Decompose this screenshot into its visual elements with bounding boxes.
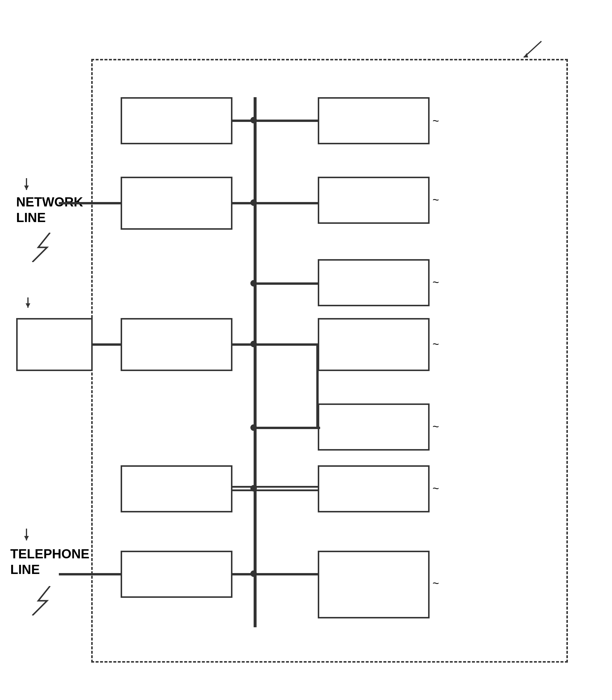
right-v-spine [316, 345, 319, 427]
bus-to-op [256, 344, 318, 346]
nl-text2: LINE [16, 210, 46, 225]
bus-to-printer-2 [254, 489, 318, 491]
hard-disk-block [121, 97, 233, 144]
telephone-h-line [59, 573, 121, 576]
bus-to-scanner-h [256, 427, 318, 429]
arrow-142 [18, 527, 35, 542]
dot-sif [250, 341, 257, 347]
ram-block [318, 259, 430, 306]
svg-marker-3 [24, 186, 29, 190]
image-processing-ref: ~ [432, 577, 439, 590]
bus-spine [254, 97, 256, 627]
card-reader-h-line [93, 344, 121, 346]
telephone-lightning [27, 586, 62, 616]
tl-text1: TELEPHONE [10, 547, 89, 561]
bus-to-ram [256, 282, 318, 285]
svg-marker-7 [24, 536, 29, 540]
dot-ram [250, 280, 257, 286]
printer-ref: ~ [432, 482, 439, 495]
svg-marker-5 [26, 303, 30, 308]
bus-to-img [256, 573, 318, 576]
operation-unit-block [318, 318, 430, 371]
dot-hd [250, 117, 257, 123]
bus-to-cpu [256, 120, 318, 122]
card-reader-block [16, 318, 93, 371]
rom-block [318, 177, 430, 224]
dot-fax [250, 570, 257, 577]
scanner-right-h [318, 427, 320, 429]
ram-ref: ~ [432, 276, 439, 289]
arrow-146 [19, 296, 37, 311]
formatter-block [121, 465, 233, 512]
dot-scanner [250, 425, 257, 431]
network-line-label: NETWORK LINE [16, 194, 83, 226]
serial-if-block [121, 318, 233, 371]
scanner-block [318, 403, 430, 450]
bus-to-printer-1 [254, 486, 318, 488]
rom-ref: ~ [432, 194, 439, 206]
dot-nif [250, 199, 257, 206]
operation-unit-ref: ~ [432, 338, 439, 351]
cpu-block [318, 97, 430, 144]
network-lightning [27, 233, 62, 262]
network-h-line [59, 202, 121, 204]
network-if-block [121, 177, 233, 230]
image-processing-block [318, 551, 430, 618]
cpu-ref: ~ [432, 115, 439, 127]
fax-unit-block [121, 551, 233, 598]
tl-text2: LINE [10, 562, 40, 577]
arrow-141 [18, 177, 35, 191]
scanner-ref: ~ [432, 420, 439, 433]
arrow-100 [518, 38, 553, 62]
printer-block [318, 465, 430, 512]
telephone-line-label: TELEPHONE LINE [10, 546, 89, 578]
bus-to-rom [256, 202, 318, 204]
